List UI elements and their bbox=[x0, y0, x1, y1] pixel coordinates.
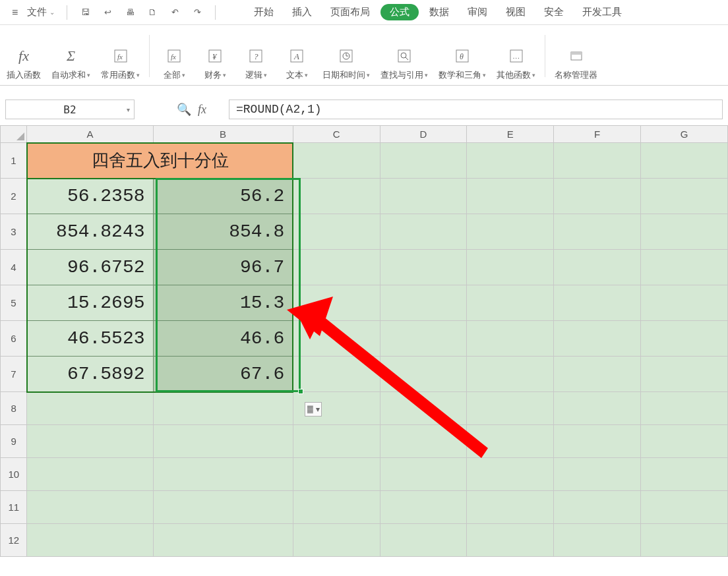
financial-button[interactable]: ¥ 财务▾ bbox=[195, 47, 235, 81]
col-header-F[interactable]: F bbox=[554, 126, 641, 143]
cell[interactable] bbox=[27, 425, 153, 458]
autosum-button[interactable]: Σ 自动求和▾ bbox=[46, 47, 96, 81]
cell[interactable] bbox=[467, 321, 554, 357]
cell[interactable] bbox=[554, 179, 641, 214]
cell[interactable] bbox=[641, 491, 728, 524]
cell[interactable] bbox=[380, 425, 467, 458]
cell[interactable] bbox=[293, 285, 380, 321]
row-header-6[interactable]: 6 bbox=[1, 321, 27, 357]
cell-B2[interactable]: 56.2 bbox=[153, 179, 293, 214]
cell[interactable] bbox=[380, 491, 467, 524]
row-header-9[interactable]: 9 bbox=[1, 425, 27, 458]
cell[interactable] bbox=[293, 321, 380, 357]
cell-A3[interactable]: 854.8243 bbox=[27, 214, 153, 250]
hamburger-icon[interactable]: ≡ bbox=[9, 7, 20, 18]
cell[interactable] bbox=[293, 425, 380, 458]
fx-icon[interactable]: fx bbox=[198, 103, 206, 117]
cell[interactable] bbox=[27, 524, 153, 557]
cell[interactable] bbox=[293, 250, 380, 285]
tab-insert[interactable]: 插入 bbox=[284, 3, 320, 21]
row-header-3[interactable]: 3 bbox=[1, 214, 27, 250]
cell[interactable] bbox=[467, 250, 554, 285]
autofill-options-button[interactable]: ䷀ ▾ bbox=[305, 402, 322, 417]
cell[interactable] bbox=[27, 392, 153, 425]
cell[interactable] bbox=[641, 179, 728, 214]
col-header-C[interactable]: C bbox=[293, 126, 380, 143]
tab-start[interactable]: 开始 bbox=[246, 3, 282, 21]
lookup-button[interactable]: 查找与引用▾ bbox=[375, 47, 433, 81]
trace-icon[interactable]: 🔍 bbox=[177, 102, 191, 117]
cell[interactable] bbox=[27, 458, 153, 491]
cell[interactable] bbox=[641, 392, 728, 425]
cell[interactable] bbox=[641, 143, 728, 179]
cell[interactable] bbox=[380, 458, 467, 491]
col-header-B[interactable]: B bbox=[153, 126, 293, 143]
col-header-D[interactable]: D bbox=[380, 126, 467, 143]
cell[interactable] bbox=[293, 143, 380, 179]
text-button[interactable]: A 文本▾ bbox=[276, 47, 317, 81]
cell[interactable] bbox=[641, 285, 728, 321]
cell[interactable] bbox=[641, 524, 728, 557]
cell[interactable] bbox=[153, 392, 293, 425]
cell[interactable] bbox=[467, 392, 554, 425]
all-functions-button[interactable]: fx 全部▾ bbox=[154, 47, 195, 81]
cell[interactable] bbox=[467, 214, 554, 250]
cell[interactable] bbox=[554, 214, 641, 250]
tab-view[interactable]: 视图 bbox=[498, 3, 533, 21]
cell[interactable] bbox=[467, 179, 554, 214]
cell[interactable] bbox=[467, 285, 554, 321]
cell[interactable] bbox=[467, 425, 554, 458]
col-header-E[interactable]: E bbox=[467, 126, 554, 143]
redo-icon[interactable]: ↷ bbox=[190, 5, 204, 20]
cell[interactable] bbox=[641, 214, 728, 250]
cell[interactable] bbox=[153, 524, 293, 557]
cell[interactable] bbox=[153, 491, 293, 524]
cell-A6[interactable]: 46.5523 bbox=[27, 321, 153, 357]
undo-icon[interactable]: ↩ bbox=[100, 5, 115, 20]
cell-A7[interactable]: 67.5892 bbox=[27, 357, 153, 392]
print-preview-icon[interactable]: 🗋 bbox=[145, 5, 160, 20]
cell[interactable] bbox=[554, 250, 641, 285]
title-cell[interactable]: 四舍五入到十分位 bbox=[27, 143, 293, 179]
insert-function-button[interactable]: fx 插入函数 bbox=[1, 47, 46, 81]
cell[interactable] bbox=[467, 458, 554, 491]
cell[interactable] bbox=[554, 524, 641, 557]
cell-B5[interactable]: 15.3 bbox=[153, 285, 293, 321]
cell[interactable] bbox=[293, 214, 380, 250]
tab-dev-tools[interactable]: 开发工具 bbox=[574, 3, 630, 21]
cell-A5[interactable]: 15.2695 bbox=[27, 285, 153, 321]
row-header-12[interactable]: 12 bbox=[1, 524, 27, 557]
cell[interactable] bbox=[641, 458, 728, 491]
tab-security[interactable]: 安全 bbox=[536, 3, 572, 21]
row-header-8[interactable]: 8 bbox=[1, 392, 27, 425]
cell-B3[interactable]: 854.8 bbox=[153, 214, 293, 250]
more-functions-button[interactable]: … 其他函数▾ bbox=[491, 47, 541, 81]
cell[interactable] bbox=[293, 491, 380, 524]
cell[interactable] bbox=[293, 179, 380, 214]
cell[interactable] bbox=[380, 250, 467, 285]
row-header-4[interactable]: 4 bbox=[1, 250, 27, 285]
tab-data[interactable]: 数据 bbox=[421, 3, 457, 21]
cell[interactable] bbox=[380, 179, 467, 214]
cell-A2[interactable]: 56.2358 bbox=[27, 179, 153, 214]
cell[interactable] bbox=[380, 392, 467, 425]
row-header-5[interactable]: 5 bbox=[1, 285, 27, 321]
cell[interactable] bbox=[293, 524, 380, 557]
recent-functions-button[interactable]: fx 常用函数▾ bbox=[96, 47, 145, 81]
cell[interactable] bbox=[467, 524, 554, 557]
cell[interactable] bbox=[641, 425, 728, 458]
row-header-1[interactable]: 1 bbox=[1, 143, 27, 179]
col-header-G[interactable]: G bbox=[641, 126, 728, 143]
print-icon[interactable]: 🖶 bbox=[123, 5, 137, 20]
cell[interactable] bbox=[380, 321, 467, 357]
cell[interactable] bbox=[554, 321, 641, 357]
cell[interactable] bbox=[467, 491, 554, 524]
fill-handle[interactable] bbox=[298, 389, 303, 394]
cell[interactable] bbox=[641, 357, 728, 392]
col-header-A[interactable]: A bbox=[27, 126, 153, 143]
cell[interactable] bbox=[380, 214, 467, 250]
cell[interactable] bbox=[554, 491, 641, 524]
cell[interactable] bbox=[153, 458, 293, 491]
formula-input[interactable]: =ROUND(A2,1) bbox=[229, 100, 723, 119]
cell[interactable] bbox=[641, 321, 728, 357]
